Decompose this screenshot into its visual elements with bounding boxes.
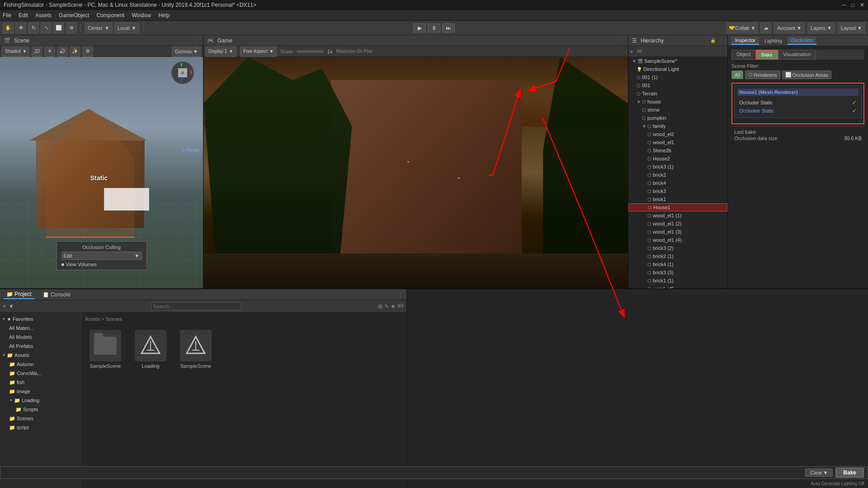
hier-item-001-1[interactable]: ⬡ 001 (1) [628,73,727,81]
asset-samplescene2[interactable]: SampleScene [175,330,216,369]
hier-item-woodEl1-4[interactable]: ⬡ wood_el1 (4) [628,236,727,244]
tree-all-materials[interactable]: All Materi... [0,324,81,333]
hier-item-pumpkin[interactable]: ⬡ pumpkin [628,114,727,122]
hand-tool[interactable]: ✋ [3,23,14,33]
hier-item-woodEl5[interactable]: ⬡ wood_el5 [628,285,727,288]
game-menu-icon[interactable]: ⋮ [619,38,624,44]
hier-item-brick2-1[interactable]: ⬡ brick2 (1) [628,252,727,260]
tree-favorites[interactable]: ▼ ★ Favorites [0,314,81,324]
account-dropdown[interactable]: Account ▼ [774,23,805,33]
tree-autumn[interactable]: 📁 Autumn [0,360,81,369]
hier-item-brick2[interactable]: ⬡ brick2 [628,171,727,179]
cloud-btn[interactable]: ☁ [760,23,771,33]
tree-assets[interactable]: ▼ 📁 Assets [0,351,81,360]
hier-item-brick3-1[interactable]: ⬡ brick3 (1) [628,163,727,171]
game-view[interactable] [203,57,628,288]
scale-tool[interactable]: ⤡ [41,23,52,33]
tree-script[interactable]: 📁 script [0,423,81,432]
hierarchy-add-btn[interactable]: + [630,49,633,54]
bake-tab[interactable]: Bake [756,50,778,60]
hier-item-family[interactable]: ▼ ⬡ family [628,122,727,130]
hier-item-woodEl1-3[interactable]: ⬡ wood_el1 (3) [628,228,727,236]
step-button[interactable]: ⏭ [442,23,455,33]
hier-item-brick1[interactable]: ⬡ brick1 [628,195,727,203]
all-filter-btn[interactable]: All [731,70,743,79]
hier-item-brick3-2[interactable]: ⬡ brick3 (2) [628,244,727,252]
tree-fish[interactable]: 📁 fish [0,378,81,387]
minimize-btn[interactable]: ─ [842,2,846,8]
tree-loading[interactable]: ▼ 📁 Loading [0,396,81,405]
project-add-arrow[interactable]: ▼ [9,303,14,310]
hier-item-brick4-1[interactable]: ⬡ brick4 (1) [628,260,727,268]
hier-item-woodEl2[interactable]: ⬡ wood_el2 [628,130,727,138]
rect-tool[interactable]: ⬜ [53,23,64,33]
visualization-tab[interactable]: Visualization [778,50,816,60]
fx-toggle[interactable]: ✨ [70,46,80,57]
oc-view-volumes[interactable]: ■ View Volumes [61,262,142,267]
hier-item-house1-selected[interactable]: ⬡ House1 [628,203,727,211]
scene-tab-label[interactable]: Scene [14,38,29,44]
layers-dropdown[interactable]: Layers ▼ [807,23,835,33]
scene-menu-icon[interactable]: ⋮ [194,38,199,44]
menu-gameobject[interactable]: GameObject [59,12,89,19]
tree-scripts[interactable]: 📁 Scripts [0,405,81,414]
occlusion-tab[interactable]: Occlusion [788,37,816,45]
hierarchy-lock[interactable]: 🔒 [710,38,716,43]
audio-toggle[interactable]: 🔊 [57,46,68,57]
scene-settings[interactable]: ⚙ [82,46,93,57]
transform-tool[interactable]: ⊕ [66,23,77,33]
lighting-tab[interactable]: Lighting [761,37,786,44]
scale-slider[interactable] [297,50,324,53]
hier-item-woodEl1[interactable]: ⬡ wood_el1 [628,138,727,146]
scene-view[interactable]: Static X Y Z ⊕ < Persp Occlusion Culling… [0,57,203,288]
maximize-btn[interactable]: □ [851,2,854,8]
hier-item-stone[interactable]: ⬡ stone [628,106,727,114]
hier-item-brick3[interactable]: ⬡ brick3 [628,187,727,195]
hier-item-001[interactable]: ⬡ 001 [628,81,727,89]
hier-item-house2[interactable]: ⬡ House2 [628,155,727,163]
asset-loading[interactable]: Loading [130,330,171,369]
hier-item-stone2b[interactable]: ⬡ Stone2b [628,146,727,155]
move-tool[interactable]: ✥ [15,23,26,33]
close-btn[interactable]: ✕ [860,2,864,8]
hierarchy-tab-label[interactable]: Hierarchy [641,38,664,44]
occludee-check[interactable]: ✓ [852,108,857,114]
tree-all-prefabs[interactable]: All Prefabs [0,342,81,351]
occlusion-areas-filter-btn[interactable]: ⬜ Occlusion Areas [782,70,831,79]
hier-item-dirlight[interactable]: 💡 Directional Light [628,65,727,73]
asset-samplescene[interactable]: SampleScene [85,330,126,369]
local-dropdown[interactable]: Local ▼ [114,23,139,33]
view-icon-2[interactable]: ✎ [384,303,389,310]
2d-btn[interactable]: 2D [32,46,42,57]
hier-item-woodEl1-1[interactable]: ⬡ wood_el1 (1) [628,211,727,220]
rotate-tool[interactable]: ↻ [28,23,39,33]
shading-dropdown[interactable]: Shaded ▼ [2,46,30,57]
gizmos-dropdown[interactable]: Gizmos ▼ [172,46,201,57]
tree-all-models[interactable]: All Models [0,333,81,342]
view-icon-1[interactable]: ⊞ [378,303,382,310]
hier-item-brick1-1[interactable]: ⬡ brick1 (1) [628,277,727,285]
center-dropdown[interactable]: Center ▼ [85,23,113,33]
hier-item-brick3-3[interactable]: ⬡ brick3 (3) [628,268,727,277]
hier-item-house[interactable]: ▼ ⬡ house [628,98,727,106]
menu-assets[interactable]: Assets [35,12,52,19]
tree-corvowa[interactable]: 📁 CorvoWa... [0,369,81,378]
project-menu[interactable]: ⋮ [397,291,403,298]
project-tab[interactable]: 📁 Project [4,290,34,299]
hier-item-terrain[interactable]: ⬡ Terrain [628,89,727,98]
inspector-menu[interactable]: ⋮ [859,38,864,43]
hier-item-brick4[interactable]: ⬡ brick4 [628,179,727,187]
tree-image[interactable]: 📁 image [0,387,81,396]
menu-component[interactable]: Component [96,12,124,19]
renderers-filter-btn[interactable]: ⬡ Renderers [745,70,780,79]
menu-help[interactable]: Help [158,12,170,19]
tree-scenes[interactable]: 📁 Scenes [0,414,81,423]
collab-btn[interactable]: 🤝 Collab ▼ [726,23,758,33]
occluder-check[interactable]: ✓ [852,99,857,106]
project-add-btn[interactable]: + [3,303,6,310]
hier-item-woodEl1-2[interactable]: ⬡ wood_el1 (2) [628,220,727,228]
play-button[interactable]: ▶ [413,23,426,33]
aspect-dropdown[interactable]: Free Aspect ▼ [240,46,277,57]
inspector-tab[interactable]: Inspector [731,37,759,45]
project-search-input[interactable] [151,302,241,310]
